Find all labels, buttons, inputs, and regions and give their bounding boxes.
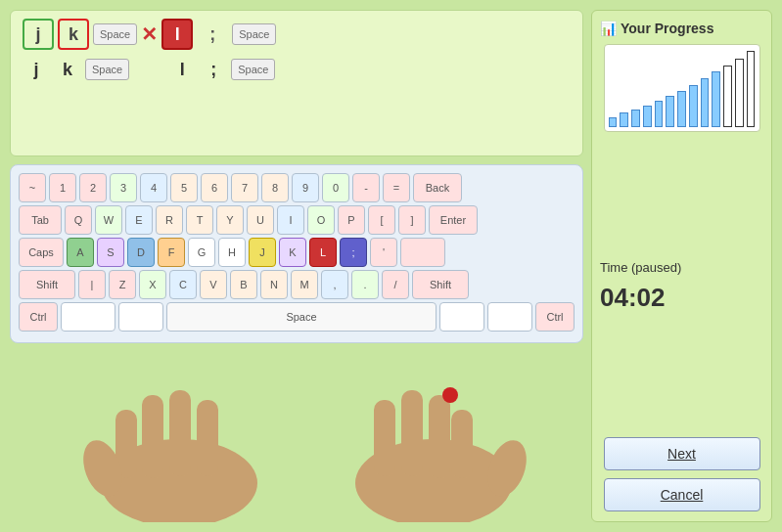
key-j[interactable]: J	[249, 238, 276, 267]
key-semicolon[interactable]: ;	[340, 238, 367, 267]
cancel-button[interactable]: Cancel	[604, 478, 760, 511]
svg-rect-9	[401, 390, 423, 476]
bar-2	[620, 112, 628, 127]
bar-4	[643, 106, 652, 127]
time-value: 04:02	[600, 283, 666, 313]
char-l-filled: l	[161, 19, 193, 50]
key-h[interactable]: H	[218, 238, 246, 267]
keyboard: ~ 1 2 3 4 5 6 7 8 9 0 - = Back Tab Q W E	[10, 164, 583, 343]
key-2[interactable]: 2	[79, 173, 107, 202]
key-caps[interactable]: Caps	[19, 238, 64, 267]
key-minus[interactable]: -	[352, 173, 380, 202]
chart-icon: 📊	[600, 21, 617, 36]
bar-12	[735, 59, 744, 127]
key-d[interactable]: D	[127, 238, 155, 267]
key-9[interactable]: 9	[292, 173, 319, 202]
key-z[interactable]: Z	[109, 270, 136, 299]
key-l[interactable]: L	[309, 238, 337, 267]
bar-11	[723, 66, 732, 127]
char-j-green: j	[23, 19, 54, 50]
key-b[interactable]: B	[230, 270, 257, 299]
key-rbracket[interactable]: ]	[398, 205, 426, 235]
key-m[interactable]: M	[291, 270, 318, 299]
key-lbracket[interactable]: [	[368, 205, 395, 235]
key-ctrl-r[interactable]: Ctrl	[535, 302, 575, 332]
key-c[interactable]: C	[169, 270, 197, 299]
key-y[interactable]: Y	[216, 205, 244, 235]
key-period[interactable]: .	[351, 270, 379, 299]
key-s[interactable]: S	[97, 238, 124, 267]
key-1[interactable]: 1	[49, 173, 76, 202]
key-0[interactable]: 0	[322, 173, 349, 202]
bar-1	[609, 117, 618, 127]
ref-space-2: Space	[231, 59, 275, 80]
key-comma[interactable]: ,	[321, 270, 348, 299]
svg-rect-8	[429, 395, 450, 478]
key-g[interactable]: G	[188, 238, 215, 267]
key-quote[interactable]: '	[370, 238, 397, 267]
key-equals[interactable]: =	[383, 173, 410, 202]
key-a[interactable]: A	[67, 238, 94, 267]
key-7[interactable]: 7	[231, 173, 258, 202]
key-k[interactable]: K	[279, 238, 306, 267]
bar-5	[655, 101, 664, 127]
key-8[interactable]: 8	[261, 173, 289, 202]
key-r[interactable]: R	[156, 205, 183, 235]
bar-10	[712, 71, 720, 127]
key-o[interactable]: O	[307, 205, 335, 235]
key-p[interactable]: P	[338, 205, 365, 235]
svg-rect-7	[451, 410, 473, 478]
next-button[interactable]: Next	[604, 437, 760, 470]
key-tilde[interactable]: ~	[19, 173, 46, 202]
ref-space-1: Space	[85, 59, 129, 80]
key-w[interactable]: W	[95, 205, 122, 235]
key-space[interactable]: Space	[166, 302, 437, 332]
time-label: Time (paused)	[600, 260, 681, 275]
key-alt-r[interactable]	[439, 302, 484, 332]
key-n[interactable]: N	[260, 270, 288, 299]
key-5[interactable]: 5	[170, 173, 198, 202]
bar-3	[631, 110, 640, 127]
key-win-l[interactable]	[61, 302, 115, 332]
key-alt-l[interactable]	[118, 302, 163, 332]
progress-chart	[604, 44, 760, 132]
typing-area: j k Space ✕ l ; Space j k Space l ; Spac…	[10, 10, 583, 156]
key-shift-r[interactable]: Shift	[412, 270, 469, 299]
key-f[interactable]: F	[158, 238, 185, 267]
key-e[interactable]: E	[125, 205, 153, 235]
left-panel: j k Space ✕ l ; Space j k Space l ; Spac…	[10, 10, 583, 522]
key-u[interactable]: U	[247, 205, 274, 235]
space-box-2: Space	[232, 23, 276, 45]
svg-rect-4	[197, 400, 218, 476]
key-ctrl-l[interactable]: Ctrl	[19, 302, 58, 332]
key-x[interactable]: X	[139, 270, 166, 299]
key-tab[interactable]: Tab	[19, 205, 62, 235]
key-4[interactable]: 4	[140, 173, 167, 202]
ref-k: k	[54, 56, 81, 83]
typing-row-reference: j k Space l ; Space	[23, 56, 571, 83]
right-panel: 📊 Your Progress Time (paused) 04:02 Next…	[591, 10, 772, 522]
key-slash[interactable]: /	[382, 270, 409, 299]
key-backslash[interactable]: |	[78, 270, 106, 299]
bar-8	[689, 85, 698, 127]
key-win-r[interactable]	[487, 302, 532, 332]
key-v[interactable]: V	[200, 270, 227, 299]
char-k-red: k	[58, 19, 89, 50]
bar-7	[677, 91, 686, 127]
key-3[interactable]: 3	[110, 173, 137, 202]
key-row-5: Ctrl Space Ctrl	[19, 302, 575, 332]
key-row-3: Caps A S D F G H J K L ; '	[19, 238, 575, 267]
key-enter2[interactable]	[400, 238, 445, 267]
char-semi: ;	[197, 19, 228, 50]
key-backspace[interactable]: Back	[413, 173, 462, 202]
space-box-1: Space	[93, 23, 137, 45]
key-q[interactable]: Q	[65, 205, 92, 235]
key-6[interactable]: 6	[201, 173, 228, 202]
main-container: j k Space ✕ l ; Space j k Space l ; Spac…	[0, 0, 782, 532]
key-i[interactable]: I	[277, 205, 304, 235]
typing-row-current: j k Space ✕ l ; Space	[23, 19, 571, 50]
svg-point-12	[442, 387, 458, 403]
key-shift-l[interactable]: Shift	[19, 270, 75, 299]
key-enter[interactable]: Enter	[429, 205, 478, 235]
key-t[interactable]: T	[186, 205, 213, 235]
